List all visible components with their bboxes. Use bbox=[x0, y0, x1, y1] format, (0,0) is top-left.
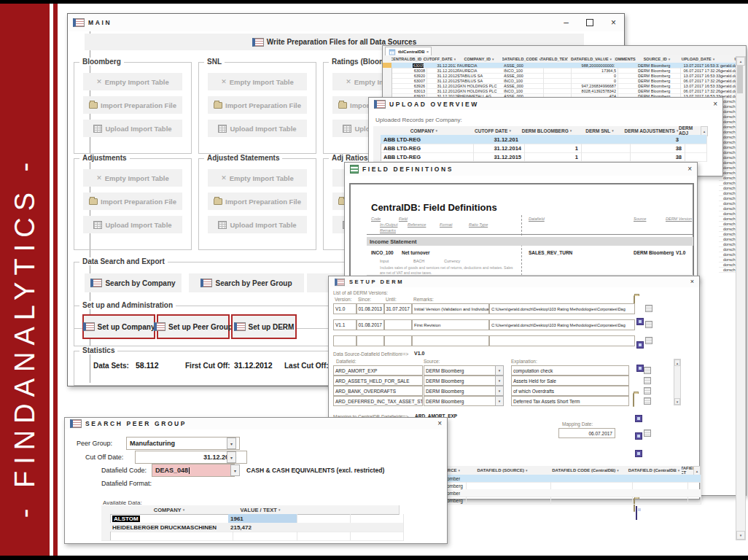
sort-arrow-icon[interactable]: ▾ bbox=[617, 469, 619, 472]
path-field[interactable]: C:\Users\gerald.dorsch\Desktop\103 Ratin… bbox=[489, 319, 635, 330]
combo-arrow-icon[interactable]: ▾ bbox=[495, 365, 504, 376]
explanation-field[interactable]: computation check bbox=[511, 365, 629, 376]
table-cell[interactable]: ABB LTD-REG bbox=[381, 152, 474, 162]
empty-import-table-button[interactable]: ✕Empty Import Table bbox=[208, 169, 307, 187]
delete-icon[interactable] bbox=[644, 367, 651, 374]
sort-arrow-icon[interactable]: ▾ bbox=[612, 129, 614, 133]
upload-import-table-button[interactable]: Upload Import Table bbox=[83, 120, 182, 137]
datafields-scrollbar[interactable]: ▴ ▾ bbox=[674, 359, 681, 405]
setup-button-3[interactable]: Set up DERM bbox=[231, 314, 297, 339]
upload-import-table-button[interactable]: Upload Import Table bbox=[208, 216, 307, 233]
import-preparation-file-button[interactable]: Import Preparation File bbox=[208, 192, 307, 210]
source-combo[interactable]: DERM Bloomberg bbox=[424, 396, 498, 406]
source-combo[interactable]: DERM Bloomberg bbox=[424, 386, 498, 396]
close-icon[interactable]: × bbox=[437, 420, 442, 427]
upload-import-table-button[interactable]: Upload Import Table bbox=[208, 120, 307, 137]
delete-icon[interactable] bbox=[644, 387, 651, 394]
table-cell[interactable] bbox=[110, 532, 233, 541]
sort-arrow-icon[interactable]: ▾ bbox=[570, 129, 572, 133]
remarks-field[interactable]: Initial Version (Validation and Individu… bbox=[412, 303, 489, 314]
table-cell[interactable]: 1 bbox=[518, 152, 582, 162]
combo-arrow-icon[interactable]: ▾ bbox=[495, 396, 504, 406]
close-icon[interactable]: × bbox=[611, 18, 616, 28]
empty-import-table-button[interactable]: ✕Empty Import Table bbox=[208, 73, 307, 90]
sort-arrow-icon[interactable]: ▾ bbox=[509, 129, 511, 133]
combo-arrow-icon[interactable]: ▾ bbox=[495, 386, 504, 396]
source-combo[interactable]: DERM Bloomberg bbox=[424, 376, 498, 386]
save-icon[interactable] bbox=[636, 506, 637, 520]
table-cell[interactable]: 31.12.2015 bbox=[467, 152, 525, 162]
sort-arrow-icon[interactable]: ▾ bbox=[526, 469, 528, 472]
vertical-scrollbar[interactable]: ▴ ▾ bbox=[736, 56, 746, 540]
upload-overview-titlebar[interactable]: UPLOAD OVERVIEW × bbox=[369, 98, 722, 110]
map-cell[interactable] bbox=[460, 497, 551, 505]
combo-arrow-icon[interactable]: ▾ bbox=[495, 376, 504, 386]
import-preparation-file-button[interactable]: Import Preparation File bbox=[208, 96, 307, 114]
search-peer-group-titlebar[interactable]: SEARCH PEER GROUP × bbox=[65, 418, 447, 429]
close-icon[interactable]: × bbox=[687, 166, 692, 173]
import-preparation-file-button[interactable]: Import Preparation File bbox=[83, 192, 182, 210]
map-cell[interactable] bbox=[545, 497, 633, 505]
sort-arrow-icon[interactable]: ▾ bbox=[713, 58, 715, 61]
since-field[interactable] bbox=[357, 335, 384, 346]
map-cell[interactable] bbox=[682, 497, 701, 505]
explanation-field[interactable]: Deferred Tax Assets Short Term bbox=[511, 396, 629, 406]
minimize-icon[interactable]: – bbox=[564, 18, 569, 28]
until-field[interactable] bbox=[384, 319, 412, 330]
empty-import-table-button[interactable]: ✕Empty Import Table bbox=[83, 169, 182, 187]
sort-arrow-icon[interactable]: ▾ bbox=[183, 508, 185, 512]
peer-group-combo[interactable]: Manufacturing bbox=[126, 437, 240, 450]
import-preparation-file-button[interactable]: Import Preparation File bbox=[83, 96, 182, 114]
source-combo[interactable]: DERM Bloomberg bbox=[424, 365, 498, 376]
table-cell[interactable] bbox=[346, 532, 404, 541]
combo-arrow-icon[interactable]: ▾ bbox=[227, 451, 236, 463]
version-field[interactable]: V1.0 bbox=[333, 303, 357, 314]
sort-arrow-icon[interactable]: ▾ bbox=[436, 129, 438, 133]
search-button-1[interactable]: Search by Company bbox=[85, 273, 182, 292]
scroll-down-icon[interactable]: ▾ bbox=[736, 531, 745, 540]
scroll-thumb[interactable] bbox=[737, 66, 743, 93]
close-icon[interactable]: × bbox=[690, 279, 694, 285]
mapping-date-field[interactable]: 06.07.2017 bbox=[558, 428, 615, 438]
delete-icon[interactable] bbox=[645, 337, 652, 344]
field-definitions-titlebar[interactable]: FIELD DEFINITIONS × bbox=[345, 163, 697, 176]
empty-import-table-button[interactable]: ✕Empty Import Table bbox=[83, 73, 182, 90]
maximize-icon[interactable] bbox=[586, 19, 593, 26]
explanation-field[interactable]: of which Overdrafts bbox=[511, 386, 629, 396]
table-cell[interactable] bbox=[228, 532, 297, 541]
sort-arrow-icon[interactable]: ▾ bbox=[278, 508, 281, 512]
save-icon[interactable] bbox=[636, 365, 644, 372]
delete-icon[interactable] bbox=[644, 397, 651, 405]
table-cell[interactable]: 38 bbox=[624, 152, 685, 162]
upload-import-table-button[interactable]: Upload Import Table bbox=[83, 216, 182, 233]
save-icon[interactable] bbox=[635, 432, 642, 440]
scroll-up-icon[interactable]: ▴ bbox=[674, 359, 680, 366]
version-field[interactable]: V1.1 bbox=[333, 319, 357, 330]
path-field[interactable]: C:\Users\gerald.dorsch\Desktop\103 Ratin… bbox=[489, 303, 635, 314]
datafield-code-field[interactable]: DEAS_048 bbox=[152, 464, 235, 477]
combo-arrow-icon[interactable]: ▾ bbox=[230, 464, 240, 476]
delete-icon[interactable] bbox=[645, 321, 652, 328]
datafield-name-field[interactable]: ARD_DEFERRED_INC_TAX_ASSET_ST bbox=[333, 396, 423, 406]
explanation-field[interactable]: Assets Held for Sale bbox=[511, 376, 629, 386]
until-field[interactable] bbox=[384, 335, 412, 346]
setup-button-1[interactable]: Set up Company bbox=[82, 314, 155, 339]
table-cell[interactable] bbox=[575, 152, 631, 162]
delete-icon[interactable] bbox=[645, 305, 652, 312]
setup-derm-titlebar[interactable]: SETUP DERM × bbox=[329, 276, 699, 287]
main-titlebar[interactable]: MAIN – × bbox=[68, 14, 624, 31]
delete-icon[interactable] bbox=[644, 429, 651, 437]
combo-arrow-icon[interactable]: ▾ bbox=[227, 438, 236, 449]
datafield-name-field[interactable]: ARD_BANK_OVERDRAFTS bbox=[333, 386, 423, 396]
save-icon[interactable] bbox=[635, 415, 642, 422]
sort-arrow-icon[interactable]: ▾ bbox=[492, 58, 494, 61]
save-icon[interactable] bbox=[635, 450, 642, 457]
until-field[interactable]: 31.07.2017 bbox=[384, 303, 412, 314]
setup-button-2[interactable]: Set up Peer Group bbox=[157, 314, 230, 339]
sort-arrow-icon[interactable]: ▾ bbox=[678, 469, 680, 472]
folder-icon[interactable] bbox=[633, 393, 634, 407]
table-cell[interactable] bbox=[679, 152, 707, 162]
since-field[interactable]: 01.08.2013 bbox=[357, 303, 384, 314]
version-field[interactable] bbox=[333, 335, 357, 346]
datafield-name-field[interactable]: ARD_ASSETS_HELD_FOR_SALE bbox=[333, 376, 423, 386]
